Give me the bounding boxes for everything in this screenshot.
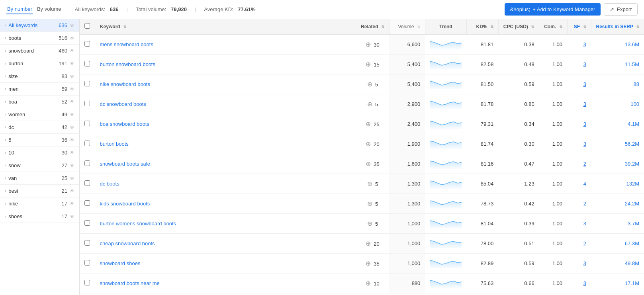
tab-by-number[interactable]: By number — [6, 4, 33, 14]
add-related-icon[interactable]: ⊕ — [367, 220, 372, 227]
row-checkbox[interactable] — [84, 260, 90, 266]
row-checkbox[interactable] — [84, 101, 90, 106]
eye-icon[interactable]: 👁 — [70, 137, 74, 143]
add-related-icon[interactable]: ⊕ — [366, 260, 371, 267]
th-related[interactable]: Related ⇅ — [356, 19, 390, 34]
sidebar-item-10[interactable]: › 10 30 👁 — [0, 147, 79, 159]
eye-icon[interactable]: 👁 — [70, 74, 74, 79]
row-sf-cell[interactable]: 2 — [567, 154, 591, 174]
add-related-icon[interactable]: ⊕ — [367, 200, 372, 207]
row-checkbox[interactable] — [84, 240, 90, 246]
th-kd[interactable]: KD% ⇅ — [466, 19, 498, 34]
eye-icon[interactable]: 👁 — [70, 35, 74, 41]
eye-icon[interactable]: 👁 — [70, 23, 74, 28]
eye-icon[interactable]: 👁 — [70, 48, 74, 54]
keyword-link[interactable]: cheap snowboard boots — [100, 240, 155, 246]
export-button[interactable]: ↗ Export — [604, 3, 638, 16]
th-results[interactable]: Results in SERP ⇅ — [591, 19, 644, 34]
row-checkbox[interactable] — [84, 280, 90, 285]
add-related-icon[interactable]: ⊕ — [367, 180, 372, 187]
sidebar-item-snow[interactable]: › snow 27 👁 — [0, 159, 79, 172]
th-cpc[interactable]: CPC (USD) ⇅ — [498, 19, 539, 34]
keyword-link[interactable]: snowboard boots near me — [100, 280, 160, 286]
keyword-link[interactable]: dc snowboard boots — [100, 101, 146, 107]
keyword-link[interactable]: mens snowboard boots — [100, 41, 153, 47]
row-checkbox[interactable] — [84, 121, 90, 126]
row-checkbox[interactable] — [84, 180, 90, 186]
row-sf-cell[interactable]: 3 — [567, 94, 591, 114]
add-related-icon[interactable]: ⊕ — [367, 101, 372, 107]
add-related-icon[interactable]: ⊕ — [366, 121, 371, 127]
sidebar-item-5[interactable]: › 5 36 👁 — [0, 134, 79, 147]
add-related-icon[interactable]: ⊕ — [366, 141, 371, 147]
keyword-link[interactable]: snowboard boots sale — [100, 161, 150, 167]
row-sf-cell[interactable]: 3 — [567, 34, 591, 55]
eye-icon[interactable]: 👁 — [70, 112, 74, 117]
sidebar-item-best[interactable]: › best 21 👁 — [0, 185, 79, 197]
add-related-icon[interactable]: ⊕ — [366, 160, 371, 167]
sidebar-item-size[interactable]: › size 83 👁 — [0, 70, 79, 83]
eye-icon[interactable]: 👁 — [70, 99, 74, 105]
eye-icon[interactable]: 👁 — [70, 125, 74, 130]
sidebar-item-All-keywords[interactable]: › All keywords 636 👁 — [0, 19, 79, 32]
keyword-link[interactable]: burton boots — [100, 141, 129, 147]
eye-icon[interactable]: 👁 — [70, 201, 74, 207]
row-sf-cell[interactable]: 3 — [567, 55, 591, 74]
add-related-icon[interactable]: ⊕ — [366, 41, 371, 48]
row-checkbox[interactable] — [84, 220, 90, 226]
row-keyword-cell: snowboard boots near me — [95, 274, 356, 293]
sidebar-item-shoes[interactable]: › shoes 17 👁 — [0, 210, 79, 223]
row-sf-cell[interactable]: 3 — [567, 134, 591, 154]
row-checkbox[interactable] — [84, 81, 90, 86]
sidebar-item-snowboard[interactable]: › snowboard 460 👁 — [0, 45, 79, 57]
sidebar-item-men[interactable]: › men 59 👁 — [0, 83, 79, 96]
eye-icon[interactable]: 👁 — [70, 150, 74, 156]
keyword-link[interactable]: dc boots — [100, 181, 119, 187]
row-sf-cell[interactable]: 2 — [567, 234, 591, 254]
row-sf-cell[interactable]: 3 — [567, 274, 591, 293]
keyword-link[interactable]: burton snowboard boots — [100, 61, 155, 67]
th-trend[interactable]: Trend — [425, 19, 466, 34]
sidebar-item-van[interactable]: › van 25 👁 — [0, 172, 79, 185]
sidebar-item-dc[interactable]: › dc 42 👁 — [0, 121, 79, 134]
row-sf-cell[interactable]: 3 — [567, 214, 591, 234]
add-related-icon[interactable]: ⊕ — [366, 280, 371, 287]
row-sf-cell[interactable]: 3 — [567, 254, 591, 274]
th-volume[interactable]: Volume ⇅ — [389, 19, 425, 34]
row-checkbox[interactable] — [84, 141, 90, 146]
row-checkbox[interactable] — [84, 61, 90, 66]
tab-by-volume[interactable]: By volume — [36, 4, 62, 14]
add-to-keyword-manager-button[interactable]: &#oplus; + Add to Keyword Manager — [505, 3, 601, 16]
th-sf[interactable]: SF ⇅ — [567, 19, 591, 34]
row-sf-cell[interactable]: 2 — [567, 194, 591, 214]
keyword-link[interactable]: kids snowboard boots — [100, 201, 150, 207]
row-volume-cell: 1,600 — [389, 154, 425, 174]
row-sf-cell[interactable]: 4 — [567, 174, 591, 194]
eye-icon[interactable]: 👁 — [70, 61, 74, 66]
add-related-icon[interactable]: ⊕ — [366, 240, 371, 247]
eye-icon[interactable]: 👁 — [70, 188, 74, 194]
select-all-checkbox[interactable] — [84, 23, 90, 29]
th-keyword[interactable]: Keyword ⇅ — [95, 19, 356, 34]
eye-icon[interactable]: 👁 — [70, 163, 74, 168]
row-checkbox[interactable] — [84, 200, 90, 206]
sidebar-item-burton[interactable]: › burton 191 👁 — [0, 57, 79, 70]
sidebar-item-boa[interactable]: › boa 52 👁 — [0, 96, 79, 108]
row-checkbox[interactable] — [84, 160, 90, 166]
keyword-link[interactable]: boa snowboard boots — [100, 121, 149, 127]
th-com[interactable]: Com. ⇅ — [539, 19, 567, 34]
eye-icon[interactable]: 👁 — [70, 86, 74, 92]
keyword-link[interactable]: snowboard shoes — [100, 260, 141, 266]
eye-icon[interactable]: 👁 — [70, 176, 74, 181]
row-sf-cell[interactable]: 3 — [567, 74, 591, 94]
keyword-link[interactable]: burton womens snowboard boots — [100, 221, 176, 227]
add-related-icon[interactable]: ⊕ — [366, 61, 371, 68]
row-sf-cell[interactable]: 3 — [567, 114, 591, 134]
sidebar-item-boots[interactable]: › boots 516 👁 — [0, 32, 79, 45]
sidebar-item-women[interactable]: › women 49 👁 — [0, 108, 79, 121]
add-related-icon[interactable]: ⊕ — [367, 81, 372, 88]
row-checkbox[interactable] — [84, 41, 90, 47]
keyword-link[interactable]: nike snowboard boots — [100, 81, 150, 87]
eye-icon[interactable]: 👁 — [70, 214, 74, 219]
sidebar-item-nike[interactable]: › nike 17 👁 — [0, 197, 79, 210]
